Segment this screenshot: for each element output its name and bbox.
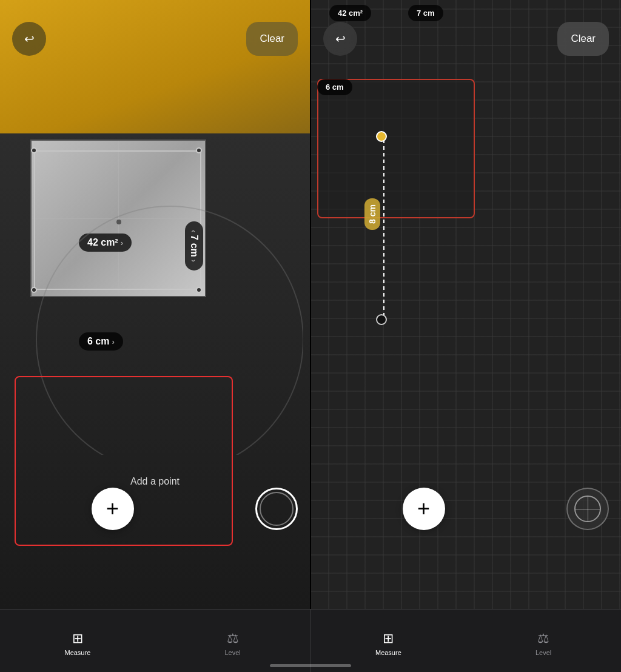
back-button-right[interactable]: ↩ xyxy=(323,22,357,56)
top-bar-left: ↩ Clear xyxy=(0,22,310,56)
corner-dot-bl xyxy=(31,287,37,293)
compass-cross-v xyxy=(588,497,588,521)
measure-badge-right[interactable]: 8 cm xyxy=(364,198,380,230)
plus-button-right[interactable]: + xyxy=(403,488,445,530)
height-label[interactable]: 6 cm › xyxy=(79,332,123,351)
crosshair-v xyxy=(118,141,119,296)
compass-button-right[interactable] xyxy=(566,488,609,530)
tab-measure-left[interactable]: ⊞ Measure xyxy=(0,626,155,656)
left-screen: 42 cm² › ‹ 7 cm › 6 cm › ↩ Clear Add a p… xyxy=(0,0,310,609)
screen-divider xyxy=(310,0,311,609)
shutter-button-left[interactable] xyxy=(255,488,298,530)
yellow-bg xyxy=(0,0,310,133)
level-label-right: Level xyxy=(535,649,551,656)
endpoint-dot-bottom xyxy=(376,314,387,325)
width-label[interactable]: ‹ 7 cm › xyxy=(185,221,203,270)
clear-button-right[interactable]: Clear xyxy=(557,22,609,56)
corner-dot-tl xyxy=(31,147,37,153)
tab-level-left[interactable]: ⚖ Level xyxy=(155,626,310,656)
width-label-right-top[interactable]: 7 cm xyxy=(408,5,443,21)
tab-half-right: ⊞ Measure ⚖ Level xyxy=(310,609,622,672)
plus-button-left[interactable]: + xyxy=(92,488,134,530)
tab-level-right[interactable]: ⚖ Level xyxy=(466,626,621,656)
top-bar-right: ↩ Clear xyxy=(311,22,621,56)
compass-inner xyxy=(574,496,601,522)
trackpad-right xyxy=(317,79,475,218)
measure-icon-left: ⊞ xyxy=(72,631,83,647)
level-icon-left: ⚖ xyxy=(227,631,239,647)
area-label-right-top[interactable]: 42 cm² xyxy=(329,5,371,21)
level-icon-right: ⚖ xyxy=(537,631,549,647)
shutter-inner-left xyxy=(260,492,294,526)
measure-label-right: Measure xyxy=(375,649,401,656)
measure-label-left: Measure xyxy=(64,649,90,656)
right-screen: 42 cm² 7 cm 6 cm 8 cm ↩ Clear + xyxy=(311,0,621,609)
laptop-screen-left xyxy=(30,139,206,297)
height-label-right-top[interactable]: 6 cm xyxy=(317,79,352,95)
home-indicator xyxy=(270,664,351,667)
corner-dot-br xyxy=(196,287,202,293)
corner-dot-tr xyxy=(196,147,202,153)
measure-icon-right: ⊞ xyxy=(383,631,394,647)
area-label[interactable]: 42 cm² › xyxy=(79,234,132,252)
level-label-left: Level xyxy=(224,649,240,656)
crosshair-h xyxy=(32,218,205,219)
tab-measure-right[interactable]: ⊞ Measure xyxy=(311,626,466,656)
back-button-left[interactable]: ↩ xyxy=(12,22,46,56)
clear-button-left[interactable]: Clear xyxy=(246,22,298,56)
tab-half-left: ⊞ Measure ⚖ Level xyxy=(0,609,310,672)
tab-bar: ⊞ Measure ⚖ Level ⊞ Measure ⚖ Level xyxy=(0,609,621,672)
endpoint-dot-top xyxy=(376,131,387,142)
center-dot xyxy=(116,220,121,224)
